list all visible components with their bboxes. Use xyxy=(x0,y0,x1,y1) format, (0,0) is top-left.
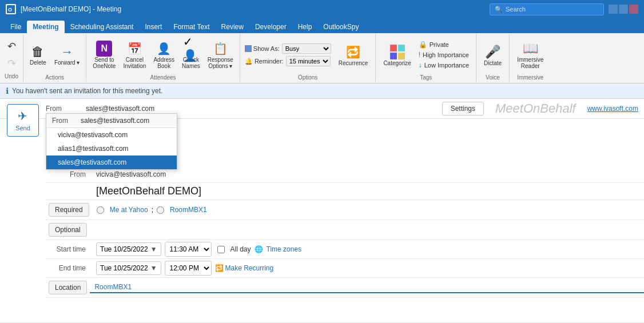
undo-button[interactable]: ↶ xyxy=(3,38,19,54)
reminder-row: 🔔 Reminder: 15 minutes None 5 minutes 30… xyxy=(245,56,331,66)
info-text: You haven't sent an invitation for this … xyxy=(12,87,162,95)
end-cal-icon: ▼ xyxy=(150,264,157,272)
recurrence-button[interactable]: 🔁 Recurrence xyxy=(336,42,371,68)
optional-row: Optional xyxy=(46,220,644,240)
time-zones-link[interactable]: Time zones xyxy=(267,245,302,253)
from-value-top: sales@testivasoft.com xyxy=(86,105,154,113)
dropdown-item-2[interactable]: alias1@testivasoft.com xyxy=(46,142,177,155)
close-btn[interactable] xyxy=(629,5,638,14)
voice-group: 🎤 Dictate Voice xyxy=(476,34,510,82)
make-recurring-button[interactable]: 🔁 Make Recurring xyxy=(215,264,274,272)
svg-text:O: O xyxy=(8,7,12,13)
tab-scheduling[interactable]: Scheduling Assistant xyxy=(65,21,140,33)
ivasoft-link[interactable]: www.ivasoft.com xyxy=(587,105,638,113)
attendee-link-2[interactable]: RoomMBX1 xyxy=(170,206,207,214)
show-as-row: Show As: Busy Free Tentative Out of Offi… xyxy=(245,43,331,54)
all-day-checkbox[interactable] xyxy=(217,246,225,253)
undo-group-label: Undo xyxy=(5,73,18,79)
delete-button[interactable]: 🗑 Delete xyxy=(27,43,49,67)
main-content: ℹ You haven't sent an invitation for thi… xyxy=(0,83,644,322)
svg-rect-5 xyxy=(398,53,405,59)
start-time-select[interactable]: 11:30 AM 12:00 PM 11:00 AM xyxy=(165,242,212,257)
start-cal-icon: ▼ xyxy=(150,245,157,253)
dropdown-item-1[interactable]: viciva@testivasoft.com xyxy=(46,128,177,142)
attendee-radio-1[interactable] xyxy=(97,206,104,214)
start-date-value: Tue 10/25/2022 xyxy=(100,245,148,253)
location-row: Location RoomMBX1 xyxy=(46,278,644,298)
location-button[interactable]: Location xyxy=(49,281,87,294)
settings-button[interactable]: Settings xyxy=(442,102,484,115)
title-bar: O [MeetOnBehalf DEMO] - Meeting 🔍 Search xyxy=(0,0,644,18)
tab-outlookspy[interactable]: OutlookSpy xyxy=(317,21,364,33)
voice-group-label: Voice xyxy=(486,74,499,81)
tab-review[interactable]: Review xyxy=(216,21,249,33)
high-importance-button[interactable]: ! High Importance xyxy=(416,50,471,59)
forward-button[interactable]: → Forward ▾ xyxy=(51,43,82,67)
check-names-button[interactable]: ✓👤 CheckNames xyxy=(179,39,203,71)
send-button[interactable]: ✈ Send xyxy=(7,104,39,137)
optional-field[interactable] xyxy=(90,226,644,234)
actions-group-label: Actions xyxy=(45,74,64,81)
recurring-label: Make Recurring xyxy=(225,264,274,272)
send-icon: ✈ xyxy=(18,109,27,123)
search-box[interactable]: 🔍 Search xyxy=(490,3,604,15)
title-value[interactable]: [MeetOnBehalf DEMO] xyxy=(92,185,644,197)
required-button[interactable]: Required xyxy=(49,203,89,217)
required-attendees: Me at Yahoo ; RoomMBX1 xyxy=(92,206,212,214)
from-dropdown: From sales@testivasoft.com viciva@testiv… xyxy=(46,113,177,170)
end-time-row: End time Tue 10/25/2022 ▼ 12:00 PM 11:30… xyxy=(46,259,644,278)
redo-button[interactable]: ↷ xyxy=(3,55,19,71)
cancel-invitation-button[interactable]: 📅 CancelInvitation xyxy=(120,39,149,71)
low-importance-button[interactable]: ↓ Low Importance xyxy=(416,61,471,70)
maximize-btn[interactable] xyxy=(619,5,628,14)
ribbon: ↶ ↷ Undo 🗑 Delete → Forward ▾ Actions N … xyxy=(0,33,644,83)
dropdown-item-3[interactable]: sales@testivasoft.com xyxy=(46,155,177,169)
tags-group: Categorize 🔒 Private ! High Importance ↓… xyxy=(376,34,476,82)
from-row-label: From xyxy=(46,170,92,178)
tab-file[interactable]: File xyxy=(5,21,27,33)
start-time-row: Start time Tue 10/25/2022 ▼ 11:30 AM 12:… xyxy=(46,240,644,259)
end-time-label: End time xyxy=(46,264,92,272)
search-icon: 🔍 xyxy=(495,6,503,13)
meet-on-behalf-logo: MeetOnBehalf xyxy=(495,101,576,116)
start-time-label: Start time xyxy=(46,245,92,253)
private-button[interactable]: 🔒 Private xyxy=(416,40,471,49)
tab-format-text[interactable]: Format Text xyxy=(168,21,215,33)
dictate-button[interactable]: 🎤 Dictate xyxy=(481,42,504,68)
globe-icon: 🌐 xyxy=(255,245,263,253)
categorize-button[interactable]: Categorize xyxy=(380,42,414,68)
attendees-group: N Send toOneNote 📅 CancelInvitation 👤 Ad… xyxy=(86,34,240,82)
from-row-value: viciva@testivasoft.com xyxy=(92,170,644,178)
tab-developer[interactable]: Developer xyxy=(249,21,292,33)
ribbon-tabs: File Meeting Scheduling Assistant Insert… xyxy=(0,18,644,33)
start-date-picker[interactable]: Tue 10/25/2022 ▼ xyxy=(96,242,161,256)
options-group-label: Options xyxy=(245,74,371,81)
end-date-picker[interactable]: Tue 10/25/2022 ▼ xyxy=(96,261,161,275)
all-day-label: All day xyxy=(230,245,251,253)
tab-help[interactable]: Help xyxy=(292,21,318,33)
dropdown-from-label: From xyxy=(52,117,81,125)
immersive-group-label: Immersive xyxy=(517,74,543,81)
window-title: [MeetOnBehalf DEMO] - Meeting xyxy=(21,5,485,13)
location-value[interactable]: RoomMBX1 xyxy=(94,283,132,291)
end-date-value: Tue 10/25/2022 xyxy=(100,264,148,272)
address-book-button[interactable]: 👤 AddressBook xyxy=(150,39,177,71)
response-options-button[interactable]: 📋 ResponseOptions ▾ xyxy=(205,39,236,71)
reminder-select[interactable]: 15 minutes None 5 minutes 30 minutes xyxy=(286,56,331,66)
attendee-sep: ; xyxy=(152,206,153,214)
dropdown-from-value: sales@testivasoft.com xyxy=(81,117,149,125)
end-time-select[interactable]: 12:00 PM 11:30 AM 1:00 PM xyxy=(165,261,212,276)
minimize-btn[interactable] xyxy=(609,5,618,14)
tab-meeting[interactable]: Meeting xyxy=(27,21,64,33)
undo-group: ↶ ↷ Undo xyxy=(0,34,23,82)
send-onenote-button[interactable]: N Send toOneNote xyxy=(90,39,118,71)
optional-button[interactable]: Optional xyxy=(49,223,87,237)
show-as-select[interactable]: Busy Free Tentative Out of Office xyxy=(282,43,331,54)
search-placeholder: Search xyxy=(506,6,526,13)
location-value-container: RoomMBX1 xyxy=(90,282,644,293)
tab-insert[interactable]: Insert xyxy=(139,21,168,33)
attendee-radio-2[interactable] xyxy=(157,206,164,214)
attendee-link-1[interactable]: Me at Yahoo xyxy=(110,206,148,214)
immersive-reader-button[interactable]: 📖 ImmersiveReader xyxy=(514,39,546,71)
actions-group: 🗑 Delete → Forward ▾ Actions xyxy=(23,34,86,82)
